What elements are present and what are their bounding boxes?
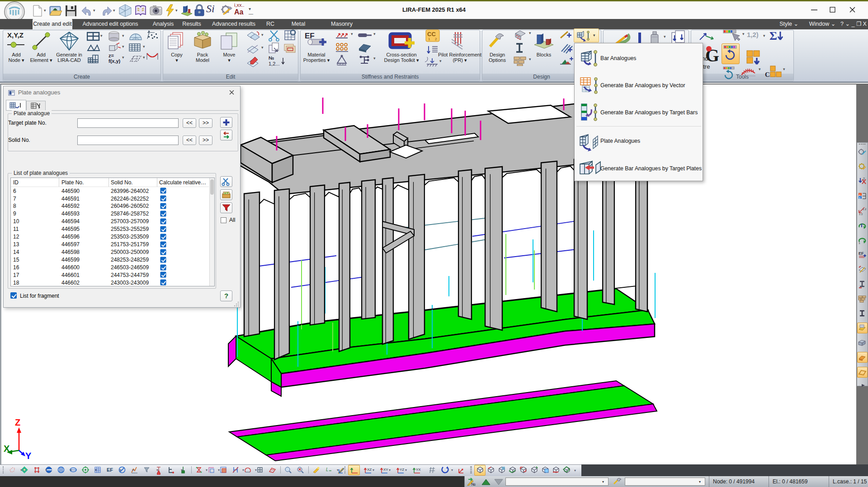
svg-text:z=: z=: [108, 53, 114, 58]
svg-text:1.2: 1.2: [863, 208, 867, 211]
svg-text:№: №: [471, 482, 476, 487]
svg-text:X,Y,Z: X,Y,Z: [7, 31, 24, 39]
svg-text:EF: EF: [859, 251, 864, 256]
svg-text:Z: Z: [15, 417, 20, 427]
svg-text:YX: YX: [416, 468, 421, 472]
svg-text:EF: EF: [107, 467, 113, 473]
svg-text:Σ: Σ: [769, 29, 777, 42]
svg-text:YZ: YZ: [400, 468, 404, 472]
svg-text:XY: XY: [383, 468, 388, 472]
svg-text:EF: EF: [305, 32, 315, 40]
svg-text:1.2: 1.2: [859, 213, 863, 215]
svg-text:C: C: [765, 71, 770, 78]
svg-text:2: 2: [863, 177, 865, 180]
svg-text:1: 1: [428, 37, 430, 41]
svg-text:1,2...: 1,2...: [269, 61, 279, 66]
svg-text:L: L: [326, 467, 329, 472]
svg-text:Y: Y: [25, 451, 32, 461]
svg-text:1: 1: [859, 241, 860, 244]
svg-text:№: №: [269, 55, 274, 61]
svg-text:XZ: XZ: [367, 468, 372, 472]
svg-text:X: X: [4, 444, 10, 454]
svg-text:f(x,y): f(x,y): [108, 58, 121, 64]
